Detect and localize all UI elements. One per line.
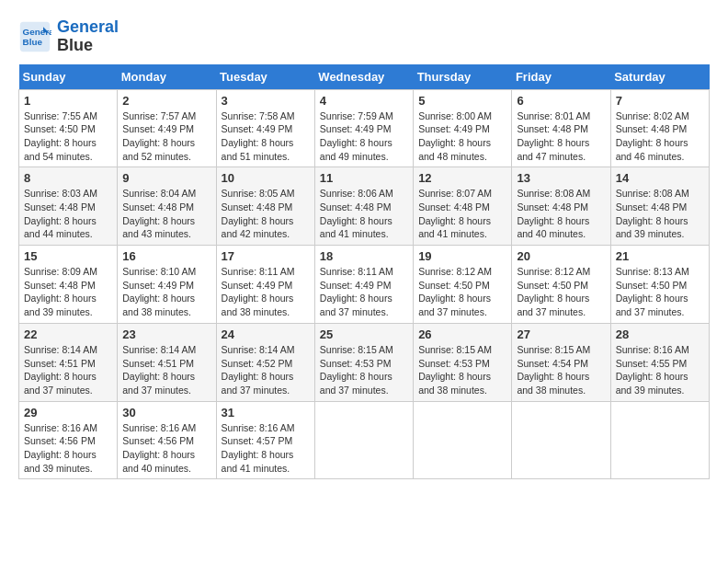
day-number: 26 — [418, 327, 506, 341]
day-number: 27 — [517, 327, 605, 341]
calendar-cell: 5 Sunrise: 8:00 AMSunset: 4:49 PMDayligh… — [414, 89, 512, 167]
calendar-cell: 10 Sunrise: 8:05 AMSunset: 4:48 PMDaylig… — [216, 167, 314, 246]
cell-content: Sunrise: 8:05 AMSunset: 4:48 PMDaylight:… — [222, 187, 310, 241]
calendar-cell: 9 Sunrise: 8:04 AMSunset: 4:48 PMDayligh… — [118, 167, 216, 246]
cell-content: Sunrise: 8:12 AMSunset: 4:50 PMDaylight:… — [418, 265, 506, 319]
calendar-week-row: 15 Sunrise: 8:09 AMSunset: 4:48 PMDaylig… — [19, 246, 710, 324]
calendar-cell: 19 Sunrise: 8:12 AMSunset: 4:50 PMDaylig… — [414, 246, 512, 324]
column-header-tuesday: Tuesday — [216, 64, 314, 90]
calendar-cell: 11 Sunrise: 8:06 AMSunset: 4:48 PMDaylig… — [314, 167, 413, 246]
cell-content: Sunrise: 7:57 AMSunset: 4:49 PMDaylight:… — [122, 109, 210, 164]
day-number: 24 — [222, 327, 310, 341]
calendar-cell: 27 Sunrise: 8:15 AMSunset: 4:54 PMDaylig… — [512, 323, 610, 401]
cell-content: Sunrise: 8:06 AMSunset: 4:48 PMDaylight:… — [320, 187, 408, 241]
day-number: 8 — [24, 171, 112, 185]
calendar-cell: 24 Sunrise: 8:14 AMSunset: 4:52 PMDaylig… — [216, 323, 314, 401]
calendar-week-row: 8 Sunrise: 8:03 AMSunset: 4:48 PMDayligh… — [19, 167, 710, 246]
cell-content: Sunrise: 8:11 AMSunset: 4:49 PMDaylight:… — [320, 265, 408, 319]
calendar-cell: 22 Sunrise: 8:14 AMSunset: 4:51 PMDaylig… — [19, 323, 118, 401]
day-number: 1 — [24, 94, 112, 108]
cell-content: Sunrise: 8:16 AMSunset: 4:56 PMDaylight:… — [24, 421, 112, 476]
cell-content: Sunrise: 8:15 AMSunset: 4:54 PMDaylight:… — [517, 343, 605, 397]
cell-content: Sunrise: 7:55 AMSunset: 4:50 PMDaylight:… — [24, 109, 112, 164]
calendar-cell — [414, 401, 512, 479]
calendar-cell: 26 Sunrise: 8:15 AMSunset: 4:53 PMDaylig… — [414, 323, 512, 401]
cell-content: Sunrise: 8:07 AMSunset: 4:48 PMDaylight:… — [418, 187, 506, 241]
calendar-week-row: 22 Sunrise: 8:14 AMSunset: 4:51 PMDaylig… — [19, 323, 710, 401]
column-header-thursday: Thursday — [414, 64, 512, 90]
calendar-cell: 13 Sunrise: 8:08 AMSunset: 4:48 PMDaylig… — [512, 167, 610, 246]
cell-content: Sunrise: 8:14 AMSunset: 4:52 PMDaylight:… — [222, 343, 310, 397]
cell-content: Sunrise: 8:16 AMSunset: 4:56 PMDaylight:… — [122, 421, 210, 476]
calendar-cell: 28 Sunrise: 8:16 AMSunset: 4:55 PMDaylig… — [610, 323, 709, 401]
day-number: 6 — [517, 94, 605, 108]
cell-content: Sunrise: 8:12 AMSunset: 4:50 PMDaylight:… — [517, 265, 605, 319]
day-number: 5 — [418, 94, 506, 108]
calendar-cell: 2 Sunrise: 7:57 AMSunset: 4:49 PMDayligh… — [118, 89, 216, 167]
day-number: 30 — [122, 406, 210, 419]
day-number: 10 — [222, 171, 310, 185]
day-number: 20 — [517, 249, 605, 263]
calendar-header-row: SundayMondayTuesdayWednesdayThursdayFrid… — [19, 64, 710, 90]
day-number: 2 — [122, 94, 210, 108]
cell-content: Sunrise: 8:10 AMSunset: 4:49 PMDaylight:… — [122, 265, 210, 319]
calendar-cell: 31 Sunrise: 8:16 AMSunset: 4:57 PMDaylig… — [216, 401, 314, 479]
logo-icon: General Blue — [18, 20, 51, 53]
calendar-cell: 1 Sunrise: 7:55 AMSunset: 4:50 PMDayligh… — [19, 89, 118, 167]
cell-content: Sunrise: 8:14 AMSunset: 4:51 PMDaylight:… — [24, 343, 112, 397]
cell-content: Sunrise: 8:08 AMSunset: 4:48 PMDaylight:… — [517, 187, 605, 241]
calendar-cell: 3 Sunrise: 7:58 AMSunset: 4:49 PMDayligh… — [216, 89, 314, 167]
cell-content: Sunrise: 8:16 AMSunset: 4:57 PMDaylight:… — [222, 421, 310, 476]
calendar-cell: 16 Sunrise: 8:10 AMSunset: 4:49 PMDaylig… — [118, 246, 216, 324]
cell-content: Sunrise: 8:14 AMSunset: 4:51 PMDaylight:… — [122, 343, 210, 397]
cell-content: Sunrise: 8:03 AMSunset: 4:48 PMDaylight:… — [24, 187, 112, 241]
calendar-cell: 6 Sunrise: 8:01 AMSunset: 4:48 PMDayligh… — [512, 89, 610, 167]
cell-content: Sunrise: 8:11 AMSunset: 4:49 PMDaylight:… — [222, 265, 310, 319]
column-header-monday: Monday — [118, 64, 216, 90]
day-number: 15 — [24, 249, 112, 263]
calendar-cell: 25 Sunrise: 8:15 AMSunset: 4:53 PMDaylig… — [314, 323, 413, 401]
column-header-saturday: Saturday — [610, 64, 709, 90]
day-number: 23 — [122, 327, 210, 341]
calendar-cell: 17 Sunrise: 8:11 AMSunset: 4:49 PMDaylig… — [216, 246, 314, 324]
day-number: 18 — [320, 249, 408, 263]
day-number: 22 — [24, 327, 112, 341]
column-header-sunday: Sunday — [19, 64, 118, 90]
calendar-cell: 15 Sunrise: 8:09 AMSunset: 4:48 PMDaylig… — [19, 246, 118, 324]
day-number: 11 — [320, 171, 408, 185]
day-number: 16 — [122, 249, 210, 263]
cell-content: Sunrise: 7:59 AMSunset: 4:49 PMDaylight:… — [320, 109, 408, 164]
cell-content: Sunrise: 8:15 AMSunset: 4:53 PMDaylight:… — [320, 343, 408, 397]
day-number: 21 — [616, 249, 704, 263]
day-number: 14 — [616, 171, 704, 185]
svg-text:Blue: Blue — [23, 37, 43, 47]
day-number: 9 — [122, 171, 210, 185]
day-number: 13 — [517, 171, 605, 185]
cell-content: Sunrise: 8:01 AMSunset: 4:48 PMDaylight:… — [517, 109, 605, 164]
calendar-cell: 29 Sunrise: 8:16 AMSunset: 4:56 PMDaylig… — [19, 401, 118, 479]
calendar-body: 1 Sunrise: 7:55 AMSunset: 4:50 PMDayligh… — [19, 89, 710, 479]
cell-content: Sunrise: 8:13 AMSunset: 4:50 PMDaylight:… — [616, 265, 704, 319]
day-number: 17 — [222, 249, 310, 263]
cell-content: Sunrise: 8:08 AMSunset: 4:48 PMDaylight:… — [616, 187, 704, 241]
calendar-week-row: 1 Sunrise: 7:55 AMSunset: 4:50 PMDayligh… — [19, 89, 710, 167]
calendar-cell: 7 Sunrise: 8:02 AMSunset: 4:48 PMDayligh… — [610, 89, 709, 167]
calendar-cell: 20 Sunrise: 8:12 AMSunset: 4:50 PMDaylig… — [512, 246, 610, 324]
cell-content: Sunrise: 7:58 AMSunset: 4:49 PMDaylight:… — [222, 109, 310, 164]
calendar-cell: 30 Sunrise: 8:16 AMSunset: 4:56 PMDaylig… — [118, 401, 216, 479]
day-number: 19 — [418, 249, 506, 263]
calendar-cell — [314, 401, 413, 479]
logo-line1: General — [57, 17, 119, 36]
calendar-cell: 18 Sunrise: 8:11 AMSunset: 4:49 PMDaylig… — [314, 246, 413, 324]
calendar-cell: 21 Sunrise: 8:13 AMSunset: 4:50 PMDaylig… — [610, 246, 709, 324]
day-number: 4 — [320, 94, 408, 108]
logo: General Blue General Blue — [18, 18, 119, 55]
calendar-cell: 8 Sunrise: 8:03 AMSunset: 4:48 PMDayligh… — [19, 167, 118, 246]
cell-content: Sunrise: 8:16 AMSunset: 4:55 PMDaylight:… — [616, 343, 704, 397]
calendar-cell — [512, 401, 610, 479]
calendar-cell: 12 Sunrise: 8:07 AMSunset: 4:48 PMDaylig… — [414, 167, 512, 246]
calendar-cell: 23 Sunrise: 8:14 AMSunset: 4:51 PMDaylig… — [118, 323, 216, 401]
day-number: 25 — [320, 327, 408, 341]
cell-content: Sunrise: 8:00 AMSunset: 4:49 PMDaylight:… — [418, 109, 506, 164]
cell-content: Sunrise: 8:15 AMSunset: 4:53 PMDaylight:… — [418, 343, 506, 397]
